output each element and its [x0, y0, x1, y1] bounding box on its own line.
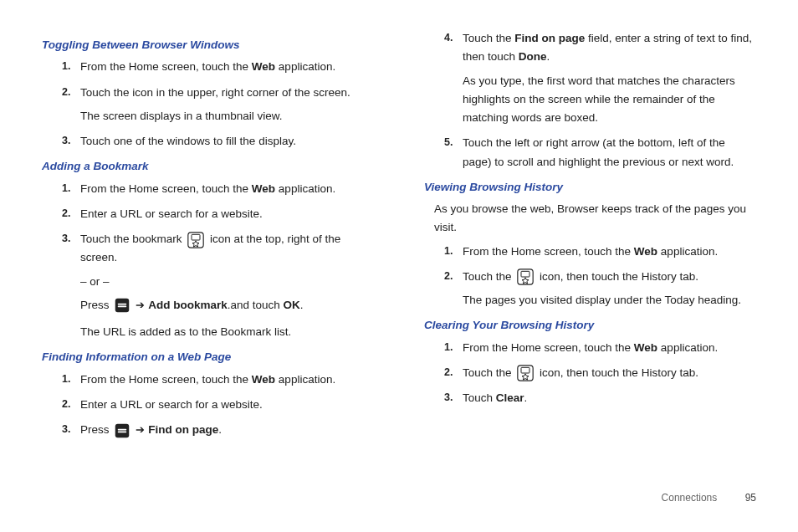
list-item: Touch the left or right arrow (at the bo… — [463, 134, 756, 171]
text: Touch the icon in the upper, right corne… — [80, 86, 350, 99]
arrow-icon: ➔ — [136, 296, 145, 314]
list-item: From the Home screen, touch the Web appl… — [80, 180, 374, 198]
bold-text: Clear — [496, 391, 524, 404]
text: . — [524, 391, 528, 404]
text: The URL is added as to the Bookmark list… — [80, 323, 374, 341]
heading-finding-info: Finding Information on a Web Page — [42, 348, 374, 366]
heading-adding-bookmark: Adding a Bookmark — [42, 157, 374, 176]
bold-text: Add bookmark — [148, 299, 228, 311]
text: . — [547, 50, 550, 63]
text: icon, then touch the History tab. — [536, 270, 698, 283]
text: Enter a URL or search for a website. — [80, 207, 263, 220]
footer-section: Connections — [662, 492, 718, 504]
bold-text: Find on page — [514, 32, 585, 44]
text: Touch — [463, 391, 496, 404]
list-adding-bookmark: From the Home screen, touch the Web appl… — [42, 180, 374, 342]
list-item: From the Home screen, touch the Web appl… — [463, 339, 756, 357]
arrow-icon: ➔ — [136, 421, 145, 438]
bold-text: Web — [634, 245, 657, 258]
bold-text: Find on page — [148, 423, 218, 436]
page-number: 95 — [745, 492, 756, 504]
page-footer: Connections 95 — [662, 490, 756, 507]
list-finding-info-continued: Touch the Find on page field, enter a st… — [424, 29, 756, 171]
text: application. — [275, 373, 335, 386]
text: . — [300, 299, 304, 311]
text: From the Home screen, touch the — [80, 182, 252, 195]
text: Touch the — [463, 270, 514, 283]
right-column: Touch the Find on page field, enter a st… — [424, 29, 756, 481]
list-item: Press ➔Find on page. — [80, 421, 374, 439]
bold-text: Web — [252, 182, 275, 195]
list-item: Enter a URL or search for a website. — [80, 205, 374, 223]
bold-text: Done — [519, 50, 547, 63]
list-item: Touch the bookmark icon at the top, righ… — [80, 230, 374, 341]
text: Touch the — [463, 32, 514, 44]
text: As you type, the first word that matches… — [463, 72, 756, 128]
text: application. — [275, 182, 335, 195]
left-column: Toggling Between Browser Windows From th… — [42, 29, 374, 481]
list-item: Touch one of the windows to fill the dis… — [80, 132, 374, 151]
text: From the Home screen, touch the — [80, 60, 252, 73]
list-item: From the Home screen, touch the Web appl… — [80, 58, 374, 76]
heading-clearing-history: Clearing Your Browsing History — [424, 316, 756, 335]
text: Press — [80, 423, 112, 436]
heading-viewing-history: Viewing Browsing History — [424, 178, 756, 197]
text: . — [218, 423, 222, 436]
list-item: Touch the icon in the upper, right corne… — [80, 84, 374, 126]
bold-text: Web — [252, 373, 275, 386]
page-columns: Toggling Between Browser Windows From th… — [42, 29, 756, 481]
text: Press ➔Add bookmark.and touch OK. — [80, 296, 374, 315]
menu-icon — [115, 298, 130, 313]
bold-text: OK — [284, 299, 300, 311]
list-toggling-windows: From the Home screen, touch the Web appl… — [42, 58, 374, 151]
bookmark-icon — [517, 365, 534, 381]
text: Touch the bookmark — [80, 233, 185, 245]
list-item: Touch the Find on page field, enter a st… — [463, 29, 756, 127]
text: application. — [275, 60, 335, 73]
bookmark-icon — [517, 269, 534, 285]
heading-toggling-windows: Toggling Between Browser Windows — [42, 36, 374, 54]
intro-text: As you browse the web, Browser keeps tra… — [434, 200, 756, 238]
text: Enter a URL or search for a website. — [80, 398, 263, 411]
bookmark-icon — [187, 232, 204, 248]
list-item: From the Home screen, touch the Web appl… — [80, 371, 374, 389]
text: Touch the — [463, 366, 514, 379]
list-clearing-history: From the Home screen, touch the Web appl… — [424, 339, 756, 408]
text: The screen displays in a thumbnail view. — [80, 107, 374, 125]
list-item: Touch the icon, then touch the History t… — [463, 364, 756, 382]
text: icon, then touch the History tab. — [536, 366, 698, 379]
text: From the Home screen, touch the — [463, 245, 634, 258]
text: From the Home screen, touch the — [80, 373, 252, 386]
list-item: Enter a URL or search for a website. — [80, 396, 374, 414]
text: Touch one of the windows to fill the dis… — [80, 135, 296, 147]
bold-text: Web — [252, 60, 275, 73]
text: The pages you visited display under the … — [463, 291, 756, 309]
list-finding-info: From the Home screen, touch the Web appl… — [42, 371, 374, 440]
text: application. — [657, 245, 718, 258]
menu-icon — [115, 423, 130, 438]
text: From the Home screen, touch the — [463, 341, 634, 354]
list-item: Touch Clear. — [463, 389, 756, 407]
text: application. — [657, 341, 718, 354]
list-item: Touch the icon, then touch the History t… — [463, 268, 756, 310]
text: Touch the left or right arrow (at the bo… — [463, 136, 734, 167]
bold-text: Web — [634, 341, 657, 354]
text: Press — [80, 299, 112, 311]
text: – or – — [80, 273, 374, 291]
list-viewing-history: From the Home screen, touch the Web appl… — [424, 243, 756, 310]
text: .and touch — [228, 299, 284, 311]
list-item: From the Home screen, touch the Web appl… — [463, 243, 756, 261]
